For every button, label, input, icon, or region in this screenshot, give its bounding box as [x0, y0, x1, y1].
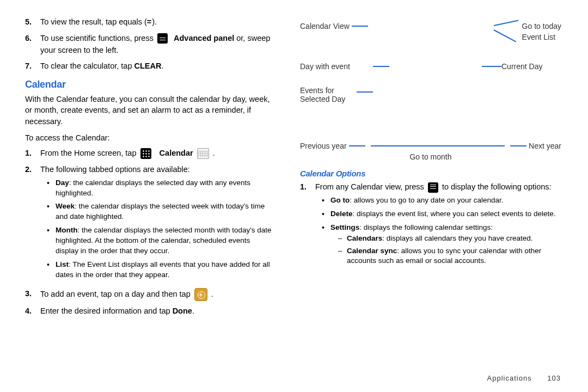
text: Enter the desired information and tap — [40, 307, 173, 315]
cal-step-2: 2. The following tabbed options are avai… — [25, 164, 273, 284]
access-line: To access the Calendar: — [25, 132, 273, 143]
footer-page: 103 — [547, 374, 561, 382]
bold: Delete — [330, 210, 353, 218]
text: : the calendar displays the selected day… — [56, 179, 250, 197]
connector-branch — [494, 22, 519, 44]
label-event-list: Event List — [522, 33, 561, 41]
opt-step-1: 1. From any Calendar view, press to disp… — [300, 181, 561, 269]
text: From the Home screen, tap — [40, 149, 139, 157]
label-current-day: Current Day — [501, 62, 561, 71]
bold: Done — [173, 307, 192, 315]
label-goto-month: Go to month — [300, 152, 561, 161]
bullet-delete: Delete: displays the event list, where y… — [322, 209, 561, 219]
step-text: To clear the calculator, tap CLEAR. — [40, 60, 273, 72]
bold: Calendars — [347, 234, 382, 242]
step-number: 2. — [25, 164, 40, 284]
calendar-intro: With the Calendar feature, you can consu… — [25, 94, 273, 127]
text: : displays the event list, where you can… — [353, 210, 556, 218]
label-next-year: Next year — [529, 142, 561, 150]
bold: = — [147, 17, 152, 26]
step-number: 1. — [300, 181, 315, 269]
heading-calendar: Calendar — [25, 79, 273, 90]
step-6: 6. To use scientific functions, press Ad… — [25, 33, 273, 57]
page-footer: Applications 103 — [487, 374, 561, 382]
bold: Calendar sync — [347, 247, 397, 255]
bold: Month — [56, 226, 77, 234]
bold: Advanced panel — [174, 34, 234, 42]
advanced-panel-icon — [157, 33, 168, 44]
cal-step-3: 3. To add an event, tap on a day and the… — [25, 288, 273, 301]
bullet-list: List: The Event List displays all events… — [47, 260, 273, 280]
text: . — [161, 62, 163, 70]
text: : displays the following calendar settin… — [359, 223, 493, 231]
bold: Day — [56, 179, 69, 187]
text: ). — [152, 17, 157, 26]
apps-grid-icon — [140, 148, 151, 159]
connector-line — [357, 91, 373, 93]
step-text: From any Calendar view, press to display… — [315, 181, 561, 269]
text: to display the following options: — [440, 182, 552, 191]
text: To use scientific functions, press — [40, 34, 156, 42]
bold: List — [56, 260, 69, 268]
bold: CLEAR — [134, 62, 162, 70]
text: From any Calendar view, press — [315, 182, 426, 191]
step-number: 6. — [25, 33, 40, 57]
step-text: Enter the desired information and tap Do… — [40, 305, 273, 317]
text: To add an event, tap on a day and then t… — [40, 290, 193, 298]
label-prev-year: Previous year — [300, 142, 347, 150]
connector-line — [349, 145, 365, 146]
heading-calendar-options: Calendar Options — [300, 169, 561, 178]
step-text: To use scientific functions, press Advan… — [40, 33, 273, 57]
step-text: To add an event, tap on a day and then t… — [40, 288, 273, 301]
bullet-goto: Go to: allows you to go to any date on y… — [322, 195, 561, 206]
label-calendar-view: Calendar View — [300, 22, 350, 30]
text: : the calendar displays the selected wee… — [56, 202, 265, 220]
bold: Go to — [330, 196, 350, 204]
step-number: 3. — [25, 288, 40, 301]
step-number: 5. — [25, 16, 40, 28]
step-number: 4. — [25, 305, 40, 317]
add-event-icon — [194, 288, 207, 301]
cal-step-4: 4. Enter the desired information and tap… — [25, 305, 273, 317]
text: To clear the calculator, tap — [40, 62, 134, 70]
label-events-for: Events for — [300, 86, 354, 95]
calendar-icon — [197, 148, 209, 159]
bullet-month: Month: the calendar displays the selecte… — [47, 225, 273, 256]
label-go-today: Go to today — [522, 22, 561, 30]
label-selected-day: Selected Day — [300, 95, 354, 103]
text: To view the result, tap equals ( — [40, 17, 147, 26]
text: : allows you to go to any date on your c… — [350, 196, 503, 204]
connector-line — [482, 66, 501, 67]
text: . — [211, 290, 213, 298]
bold: Settings — [330, 223, 359, 231]
footer-section: Applications — [487, 374, 532, 382]
bold: Week — [56, 202, 75, 210]
step-text: From the Home screen, tap Calendar . — [40, 148, 273, 160]
bullet-settings: Settings: displays the following calenda… — [322, 223, 561, 266]
step-number: 7. — [25, 60, 40, 72]
cal-step-1: 1. From the Home screen, tap Calendar . — [25, 148, 273, 160]
connector-line — [373, 66, 389, 67]
text: : displays all calendars they you have c… — [382, 234, 532, 242]
bullet-day: Day: the calendar displays the selected … — [47, 178, 273, 199]
text: : The Event List displays all events tha… — [56, 260, 270, 279]
text: . — [192, 307, 194, 315]
step-text: To view the result, tap equals (= ). — [40, 16, 273, 28]
bold: Calendar — [160, 149, 193, 157]
menu-icon — [428, 182, 438, 193]
step-5: 5. To view the result, tap equals (= ). — [25, 16, 273, 28]
step-number: 1. — [25, 148, 40, 160]
connector-line — [510, 145, 526, 146]
dash-calendar-sync: Calendar sync: allows you to sync your c… — [338, 246, 561, 266]
connector-line — [352, 26, 368, 27]
label-day-event: Day with event — [300, 62, 371, 71]
calendar-diagram: Calendar View Go to today Event List Day… — [300, 22, 561, 161]
connector-gap — [371, 145, 505, 146]
step-7: 7. To clear the calculator, tap CLEAR. — [25, 60, 273, 72]
dash-calendars: Calendars: displays all calendars they y… — [338, 234, 561, 243]
text: : the calendar displays the selected mon… — [56, 226, 272, 255]
bullet-week: Week: the calendar displays the selected… — [47, 201, 273, 222]
step-text: The following tabbed options are availab… — [40, 164, 273, 284]
text: The following tabbed options are availab… — [40, 165, 190, 174]
